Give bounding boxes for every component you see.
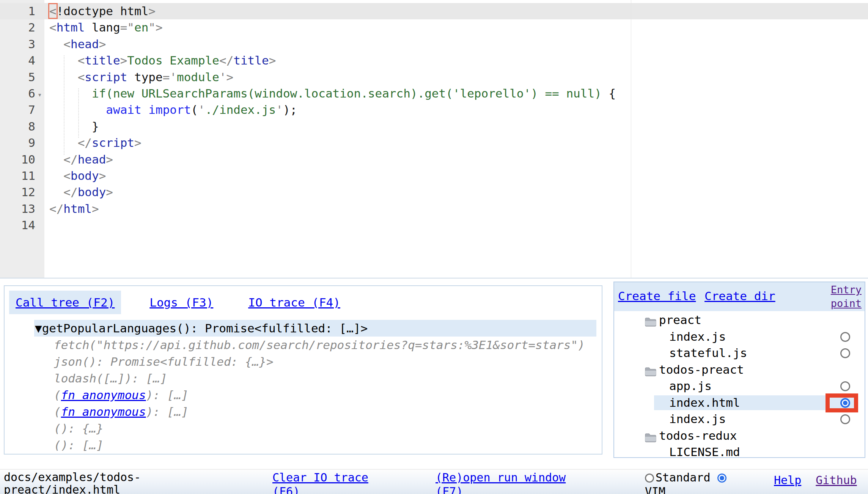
code-line[interactable]: 6▾ if(new URLSearchParams(window.locatio…	[0, 85, 868, 102]
code-line[interactable]: 11 <body>	[0, 168, 868, 184]
code-line-text: await import('./index.js');	[49, 102, 297, 118]
code-line[interactable]: 9 </script>	[0, 135, 868, 151]
status-bar: docs/examples/todos-preact/index.html Cl…	[0, 469, 868, 494]
code-token: <	[63, 37, 71, 51]
code-token: <	[78, 70, 85, 84]
code-line[interactable]: 1<!doctype html>	[0, 3, 868, 19]
code-token	[49, 136, 78, 149]
code-line[interactable]: 14	[0, 217, 868, 233]
clear-io-trace-button[interactable]: Clear IO trace (F6)	[272, 470, 386, 494]
entry-point-header[interactable]: Entry point	[822, 283, 862, 310]
code-line[interactable]: 2<html lang="en">	[0, 19, 868, 36]
call-tree-node[interactable]: (fn anonymous): […]	[5, 403, 602, 420]
reopen-run-window-button[interactable]: (Re)open run window (F7)	[436, 470, 583, 494]
github-link[interactable]: Github	[816, 474, 857, 487]
call-tree-node[interactable]: (fn anonymous): […]	[5, 453, 602, 455]
line-number: 14	[0, 217, 35, 233]
code-line[interactable]: 13</html>	[0, 201, 868, 217]
call-tree-node[interactable]: json(): Promise<fulfilled: {…}>	[5, 353, 602, 370]
code-token: '	[198, 103, 205, 116]
code-line-text: </html>	[49, 201, 99, 217]
call-tree-node[interactable]: fetch("https://api.github.com/search/rep…	[5, 337, 602, 353]
panel-tabs: Call tree (F2)Logs (F3)IO trace (F4)	[9, 291, 347, 314]
entry-point-radio[interactable]	[840, 414, 850, 424]
code-token: Todos Example	[127, 53, 219, 67]
code-token: '	[276, 103, 283, 116]
file-tree-item[interactable]: LICENSE.md	[614, 444, 865, 458]
code-token	[49, 87, 92, 100]
file-tree-item[interactable]: todos-redux	[614, 428, 865, 444]
file-tree-item[interactable]: index.js	[614, 411, 865, 428]
file-tree-item[interactable]: index.js	[614, 329, 865, 345]
file-tree-item[interactable]: app.js	[614, 378, 865, 395]
entry-point-radio[interactable]	[840, 398, 850, 408]
file-name: index.html	[669, 395, 740, 411]
code-line[interactable]: 3 <head>	[0, 36, 868, 52]
file-tree-item[interactable]: todos-preact	[614, 362, 865, 378]
create-file-button[interactable]: Create file	[618, 289, 696, 303]
code-token: html	[63, 202, 92, 216]
code-token	[49, 153, 63, 166]
code-token: >	[269, 53, 276, 67]
line-number: 1	[0, 3, 35, 19]
call-tree-node[interactable]: lodash([…]): […]	[5, 370, 602, 387]
call-tree-panel: Call tree (F2)Logs (F3)IO trace (F4) ▼ge…	[4, 285, 602, 455]
tab-logs-f3[interactable]: Logs (F3)	[143, 291, 220, 314]
code-token: !doctype html	[57, 4, 149, 18]
file-tree-item[interactable]: index.html	[614, 395, 865, 411]
code-token: );	[283, 103, 297, 116]
file-browser-header: Create file Create dir Entry point	[614, 282, 865, 311]
function-link[interactable]: fn anonymous	[61, 405, 146, 418]
code-line[interactable]: 7 await import('./index.js');	[0, 102, 868, 118]
mode-radio-vim[interactable]	[717, 474, 726, 483]
code-token: import	[148, 103, 191, 116]
code-line[interactable]: 10 </head>	[0, 151, 868, 168]
entry-point-radio[interactable]	[840, 381, 850, 391]
call-tree-node[interactable]: (): […]	[5, 437, 602, 453]
code-token: ='	[163, 70, 177, 84]
line-number: 7	[0, 102, 35, 118]
code-token	[49, 70, 78, 84]
tab-io-trace-f4[interactable]: IO trace (F4)	[242, 291, 347, 314]
entry-point-radio[interactable]	[840, 348, 850, 358]
call-tree-node-label: (): […]	[54, 438, 104, 452]
call-tree-node[interactable]: ▼getPopularLanguages(): Promise<fulfille…	[5, 320, 602, 337]
keybinding-mode-group: Standard VIM	[645, 470, 747, 494]
code-token: if(new URLSearchParams(window.location.s…	[92, 87, 609, 100]
mode-radio-standard[interactable]	[645, 474, 654, 483]
code-token: </	[49, 202, 63, 216]
entry-point-radio[interactable]	[840, 332, 850, 342]
code-line-text: </script>	[49, 135, 142, 151]
file-tree-item[interactable]: stateful.js	[614, 345, 865, 362]
code-editor[interactable]: 1<!doctype html>2<html lang="en">3 <head…	[0, 0, 868, 278]
tab-call-tree-f2[interactable]: Call tree (F2)	[9, 291, 121, 314]
create-dir-button[interactable]: Create dir	[704, 289, 775, 303]
code-line[interactable]: 4 <title>Todos Example</title>	[0, 52, 868, 69]
file-tree-item[interactable]: preact	[614, 312, 865, 329]
code-token	[49, 169, 63, 182]
code-line[interactable]: 8 }	[0, 118, 868, 135]
call-tree-node[interactable]: (): {…}	[5, 420, 602, 437]
code-token: body	[78, 185, 106, 199]
code-token: >	[134, 136, 142, 149]
code-line-text: <html lang="en">	[49, 19, 163, 36]
code-line[interactable]: 5 <script type='module'>	[0, 69, 868, 85]
call-tree-node-label: ▼getPopularLanguages(): Promise<fulfille…	[35, 321, 368, 335]
file-name: stateful.js	[669, 345, 747, 362]
function-link[interactable]: fn anonymous	[61, 388, 146, 402]
code-token: >	[92, 202, 99, 216]
line-number: 2	[0, 19, 35, 36]
line-number: 13	[0, 201, 35, 217]
code-token: title	[233, 53, 269, 67]
file-name: app.js	[669, 378, 712, 395]
directory-name: preact	[659, 312, 701, 329]
file-tree: preactindex.jsstateful.jstodos-preactapp…	[614, 312, 865, 458]
fold-arrow-icon[interactable]: ▾	[38, 87, 42, 103]
call-text: (	[54, 388, 61, 402]
call-tree-node-label: json(): Promise<fulfilled: {…}>	[54, 355, 274, 368]
help-link[interactable]: Help	[774, 474, 801, 487]
code-token: </	[63, 185, 77, 199]
code-line[interactable]: 12 </body>	[0, 184, 868, 200]
code-token	[49, 185, 63, 199]
call-tree-node[interactable]: (fn anonymous): […]	[5, 387, 602, 403]
